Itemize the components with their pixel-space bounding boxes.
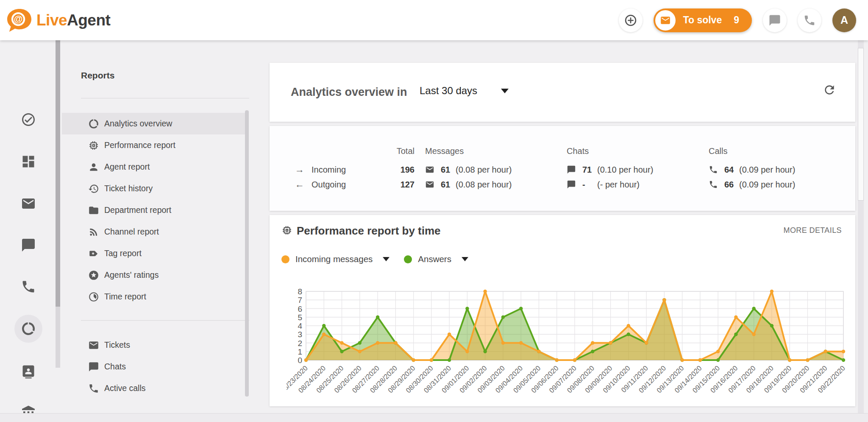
menu-scrollbar-thumb[interactable] <box>245 110 249 397</box>
refresh-button[interactable] <box>823 83 838 98</box>
date-range-select[interactable]: Last 30 days <box>420 85 509 97</box>
svg-text:6: 6 <box>298 305 302 313</box>
date-range-value: Last 30 days <box>420 85 477 97</box>
menu-item-performance-report[interactable]: Performance report <box>62 134 248 156</box>
outgoing-arrow-icon: ← <box>295 179 304 190</box>
phone-icon <box>803 14 816 27</box>
header-actions: To solve 9 A <box>619 8 856 32</box>
phone-icon <box>709 165 718 174</box>
stats-column-messages: Messages <box>425 146 464 156</box>
star-circle-icon <box>88 270 99 281</box>
phone-icon <box>88 383 99 394</box>
envelope-badge <box>655 10 676 31</box>
refresh-icon <box>823 83 838 97</box>
legend-dot-icon <box>281 255 289 263</box>
menu-item-ticket-history[interactable]: Ticket history <box>62 178 248 199</box>
rail-scrollbar-track[interactable] <box>56 8 60 368</box>
donut-icon <box>88 118 99 129</box>
chat-icon <box>88 361 99 372</box>
menu-item-label: Tag report <box>104 249 142 258</box>
legend-incoming-messages[interactable]: Incoming messages <box>281 254 389 264</box>
app-title: LiveAgent <box>36 11 110 29</box>
incoming-row-label: Incoming <box>312 165 346 175</box>
stats-column-calls: Calls <box>709 146 727 156</box>
incoming-arrow-icon: → <box>295 164 304 175</box>
svg-text:@: @ <box>14 14 23 24</box>
chat-icon <box>768 14 781 27</box>
incoming-messages-value: 61 <box>441 165 450 175</box>
phone-icon <box>709 180 718 189</box>
add-new-button[interactable] <box>619 8 643 32</box>
legend-answers[interactable]: Answers <box>404 254 468 264</box>
menu-item-department-report[interactable]: Department report <box>62 199 248 221</box>
incoming-calls-value: 64 <box>724 165 734 175</box>
performance-time-chart[interactable]: 01234567808/23/202008/24/202008/25/20200… <box>287 286 850 406</box>
svg-text:5: 5 <box>298 313 302 322</box>
phone-icon <box>21 279 36 294</box>
rail-item-check-circle[interactable] <box>21 112 36 127</box>
app-logo[interactable]: @ LiveAgent <box>6 8 110 33</box>
menu-item-label: Chats <box>104 362 126 372</box>
envelope-icon <box>21 196 36 211</box>
to-solve-button[interactable]: To solve 9 <box>654 8 752 32</box>
chip-icon <box>88 140 99 151</box>
tag-icon <box>88 248 99 259</box>
incoming-total: 196 <box>379 165 415 175</box>
rail-item-chat[interactable] <box>21 238 36 253</box>
menu-item-active-calls[interactable]: Active calls <box>62 377 248 399</box>
menu-item-tickets[interactable]: Tickets <box>62 334 248 356</box>
menu-item-channel-report[interactable]: Channel report <box>62 221 248 243</box>
dashboard-icon <box>21 154 36 169</box>
liveagent-bubble-icon: @ <box>6 8 32 33</box>
outgoing-chats-value: - <box>582 180 585 190</box>
more-details-link[interactable]: MORE DETAILS <box>784 226 842 235</box>
time-icon <box>88 291 99 302</box>
page-scrollbar-thumb[interactable] <box>858 48 864 201</box>
legend-dot-icon <box>404 255 412 263</box>
outgoing-calls-value: 66 <box>724 180 734 190</box>
svg-text:8: 8 <box>298 287 302 296</box>
menu-item-label: Analytics overview <box>104 119 172 129</box>
menu-item-label: Agents' ratings <box>104 270 159 280</box>
menu-item-label: Agent report <box>104 162 150 172</box>
chat-icon <box>21 238 36 253</box>
outgoing-total: 127 <box>379 180 415 190</box>
incoming-messages-rate: (0.08 per hour) <box>456 165 512 175</box>
envelope-icon <box>88 340 99 351</box>
user-avatar[interactable]: A <box>832 8 856 32</box>
menu-item-label: Department report <box>104 205 171 215</box>
menu-divider-bottom <box>81 320 249 321</box>
chats-header-button[interactable] <box>763 8 787 32</box>
to-solve-count: 9 <box>734 14 739 26</box>
menu-divider-top <box>81 98 249 98</box>
history-icon <box>88 183 99 194</box>
liveagent-app: @ LiveAgent To solve 9 A <box>0 0 868 422</box>
performance-report-card: Performance report by time MORE DETAILS … <box>270 215 855 406</box>
rail-item-dashboard[interactable] <box>21 154 36 169</box>
menu-item-tag-report[interactable]: Tag report <box>62 243 248 264</box>
outgoing-messages-rate: (0.08 per hour) <box>456 180 512 190</box>
rail-item-envelope[interactable] <box>21 196 36 211</box>
rail-item-contact-badge[interactable] <box>21 363 36 379</box>
envelope-icon <box>425 180 434 189</box>
legend-label: Answers <box>418 254 451 264</box>
menu-item-analytics-overview[interactable]: Analytics overview <box>62 113 248 134</box>
person-icon <box>88 162 99 173</box>
svg-text:1: 1 <box>298 347 302 356</box>
folder-icon <box>88 205 99 216</box>
contact-badge-icon <box>21 363 36 379</box>
svg-text:3: 3 <box>298 330 302 339</box>
menu-item-chats[interactable]: Chats <box>62 356 248 377</box>
menu-item-time-report[interactable]: Time report <box>62 286 248 307</box>
menu-item-agent-report[interactable]: Agent report <box>62 156 248 178</box>
rail-item-donut[interactable] <box>21 321 36 336</box>
rail-item-phone[interactable] <box>21 279 36 294</box>
menu-item-label: Ticket history <box>104 184 153 193</box>
rss-icon <box>88 226 99 238</box>
chat-icon <box>567 180 576 189</box>
incoming-chats-value: 71 <box>582 165 592 175</box>
menu-item-agents-ratings[interactable]: Agents' ratings <box>62 264 248 286</box>
chevron-down-icon <box>383 257 389 261</box>
calls-header-button[interactable] <box>798 8 821 32</box>
rail-scrollbar-thumb[interactable] <box>56 8 60 307</box>
